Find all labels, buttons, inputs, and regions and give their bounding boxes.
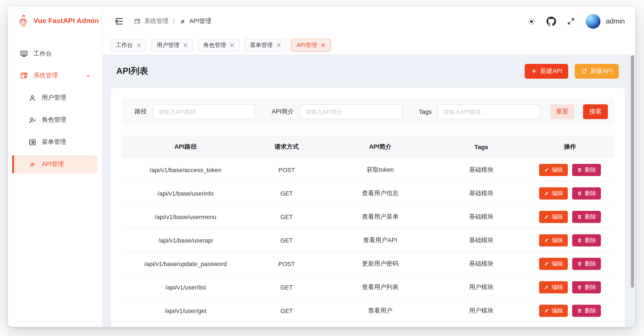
tab-users[interactable]: 用户管理	[151, 39, 193, 52]
user-icon	[28, 94, 36, 102]
cell-method: POST	[250, 260, 324, 267]
sidebar-item-roles[interactable]: 角色管理	[12, 111, 98, 129]
edit-button[interactable]: 编辑	[539, 305, 568, 317]
column-header-actions: 操作	[526, 143, 614, 151]
delete-button[interactable]: 删除	[572, 258, 601, 270]
pencil-icon	[544, 214, 549, 219]
breadcrumb-item-system[interactable]: 系统管理	[134, 17, 168, 25]
trash-icon	[577, 308, 582, 313]
page-header: API列表 新建API 刷新API	[111, 54, 625, 88]
cell-method: POST	[250, 166, 324, 173]
edit-button[interactable]: 编辑	[539, 164, 568, 176]
app-logo[interactable]: Vue FastAPI Admin	[8, 6, 102, 35]
table-row: /api/v1/base/userapi GET 查看用户API 基础模块 编辑…	[122, 229, 614, 252]
cell-tags: 用户模块	[437, 283, 526, 291]
tab-label: API管理	[296, 41, 317, 49]
vertical-scrollbar[interactable]	[631, 55, 634, 288]
sidebar: Vue FastAPI Admin 工作台 系统管理	[8, 6, 102, 327]
breadcrumb: 系统管理 / API管理	[134, 17, 212, 25]
refresh-api-button[interactable]: 刷新API	[575, 64, 619, 78]
github-icon	[547, 16, 556, 26]
sidebar-item-system[interactable]: 系统管理	[12, 66, 98, 85]
delete-button[interactable]: 删除	[572, 187, 601, 199]
api-plug-icon	[179, 18, 186, 25]
tab-menus[interactable]: 菜单管理	[244, 39, 286, 52]
tab-workbench[interactable]: 工作台	[110, 39, 147, 52]
tab-label: 工作台	[116, 41, 133, 49]
summary-filter-label: API简介	[272, 108, 294, 116]
breadcrumb-label: API管理	[190, 17, 212, 25]
sidebar-item-users[interactable]: 用户管理	[12, 89, 98, 107]
close-icon[interactable]	[321, 43, 325, 47]
pencil-icon	[544, 238, 549, 243]
edit-button[interactable]: 编辑	[539, 187, 568, 199]
sidebar-menu: 工作台 系统管理 用户管	[8, 35, 102, 177]
cell-tags: 基础模块	[437, 260, 526, 268]
reset-button[interactable]: 重置	[550, 104, 574, 119]
edit-button[interactable]: 编辑	[539, 281, 568, 293]
cell-method: GET	[250, 190, 324, 197]
close-icon[interactable]	[230, 43, 234, 47]
summary-filter-input[interactable]	[300, 104, 402, 119]
menu-list-icon	[28, 138, 36, 146]
breadcrumb-label: 系统管理	[144, 17, 168, 25]
username[interactable]: admin	[606, 17, 625, 25]
delete-button[interactable]: 删除	[572, 305, 601, 317]
close-icon[interactable]	[183, 43, 188, 47]
close-icon[interactable]	[137, 43, 141, 47]
sidebar-item-label: 用户管理	[42, 94, 66, 102]
fullscreen-button[interactable]	[567, 17, 576, 26]
close-icon[interactable]	[276, 43, 281, 47]
window-gear-icon	[134, 18, 141, 25]
cell-summary: 查看用户信息	[324, 189, 437, 197]
trash-icon	[577, 238, 582, 243]
refresh-icon	[581, 68, 588, 74]
app-window: Vue FastAPI Admin 工作台 系统管理	[8, 6, 635, 327]
breadcrumb-item-api[interactable]: API管理	[179, 17, 212, 25]
cell-api-path: /api/v1/base/access_token	[122, 166, 250, 173]
cell-tags: 基础模块	[437, 166, 526, 174]
github-button[interactable]	[547, 16, 556, 26]
edit-button[interactable]: 编辑	[539, 211, 568, 223]
api-list-card: 路径 API简介 Tags 重置 搜索	[111, 88, 625, 327]
search-button[interactable]: 搜索	[583, 104, 608, 119]
cell-api-path: /api/v1/base/usermenu	[122, 213, 250, 220]
page-title: API列表	[116, 65, 148, 77]
column-header-tags: Tags	[437, 144, 526, 150]
edit-button[interactable]: 编辑	[539, 234, 568, 246]
table-row: /api/v1/base/update_password POST 更新用户密码…	[122, 252, 614, 276]
sidebar-collapse-button[interactable]	[114, 16, 124, 26]
tab-label: 菜单管理	[250, 41, 272, 49]
table-row: /api/v1/base/usermenu GET 查看用户菜单 基础模块 编辑…	[122, 205, 614, 229]
delete-button[interactable]: 删除	[572, 281, 601, 293]
table-row: /api/v1/user/get GET 查看用户 用户模块 编辑 删除	[122, 299, 614, 323]
trash-icon	[577, 167, 582, 172]
trash-icon	[577, 191, 582, 196]
pencil-icon	[544, 308, 549, 313]
sidebar-item-menus[interactable]: 菜单管理	[12, 133, 98, 151]
delete-button[interactable]: 删除	[572, 164, 601, 176]
sidebar-item-api[interactable]: API管理	[12, 155, 98, 173]
tab-label: 角色管理	[203, 41, 226, 49]
user-avatar[interactable]	[586, 14, 601, 29]
tags-filter-input[interactable]	[438, 104, 540, 119]
sidebar-item-label: 角色管理	[42, 116, 66, 124]
app-title: Vue FastAPI Admin	[34, 17, 99, 25]
cell-api-path: /api/v1/user/get	[122, 307, 250, 314]
tab-roles[interactable]: 角色管理	[198, 39, 240, 52]
table-row: /api/v1/base/userinfo GET 查看用户信息 基础模块 编辑…	[122, 182, 614, 205]
new-api-button[interactable]: 新建API	[525, 64, 568, 78]
delete-button[interactable]: 删除	[572, 211, 601, 223]
cell-summary: 查看用户API	[324, 236, 437, 244]
cell-summary: 更新用户密码	[324, 260, 437, 268]
path-filter-input[interactable]	[153, 104, 255, 119]
sidebar-item-workbench[interactable]: 工作台	[12, 45, 98, 63]
content-area: API列表 新建API 刷新API	[102, 54, 635, 327]
tab-api[interactable]: API管理	[291, 39, 331, 52]
pencil-icon	[544, 261, 549, 266]
edit-button[interactable]: 编辑	[539, 258, 568, 270]
topbar: 系统管理 / API管理	[102, 6, 635, 36]
delete-button[interactable]: 删除	[572, 234, 601, 246]
theme-toggle-button[interactable]	[527, 17, 536, 26]
cell-api-path: /api/v1/base/userapi	[122, 237, 250, 244]
